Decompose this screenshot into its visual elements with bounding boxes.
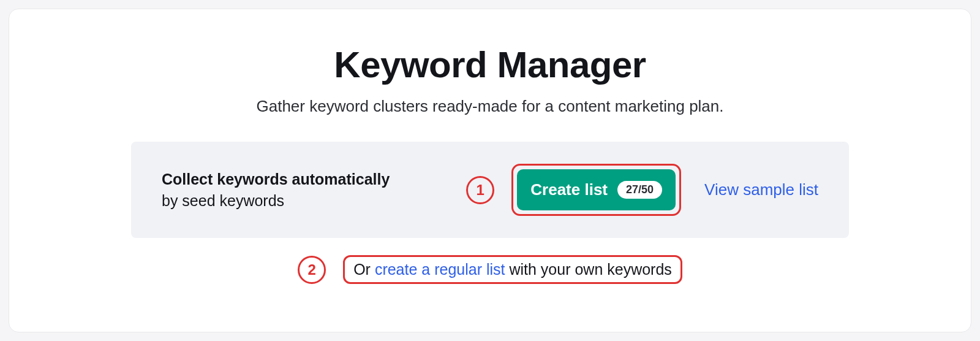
annotation-marker-1: 1 [466,176,494,204]
collect-panel: Collect keywords automatically by seed k… [131,142,849,238]
alt-text-suffix: with your own keywords [505,261,672,278]
alternative-row: 2 Or create a regular list with your own… [298,255,682,284]
page-title: Keyword Manager [334,44,646,86]
panel-subheading: by seed keywords [162,192,390,210]
page-subtitle: Gather keyword clusters ready-made for a… [256,97,723,116]
annotation-highlight-2: Or create a regular list with your own k… [343,255,682,284]
annotation-highlight-1: Create list 27/50 [511,164,681,216]
panel-description: Collect keywords automatically by seed k… [162,170,390,210]
panel-heading: Collect keywords automatically [162,170,390,188]
alt-text-prefix: Or [353,261,375,278]
view-sample-link[interactable]: View sample list [704,180,818,199]
create-regular-list-link[interactable]: create a regular list [375,261,505,278]
annotation-marker-2: 2 [298,256,326,284]
create-list-label: Create list [530,180,608,199]
quota-badge: 27/50 [617,181,662,199]
main-card: Keyword Manager Gather keyword clusters … [9,9,971,332]
create-list-button[interactable]: Create list 27/50 [517,169,676,210]
